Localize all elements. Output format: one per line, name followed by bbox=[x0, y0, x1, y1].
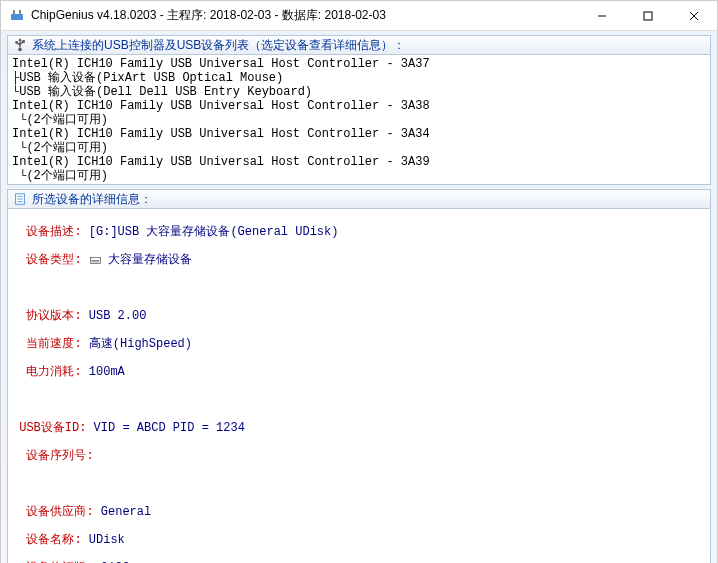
device-list-item[interactable]: └(2个端口可用) bbox=[12, 141, 706, 155]
device-list-item[interactable]: Intel(R) ICH10 Family USB Universal Host… bbox=[12, 155, 706, 169]
svg-rect-1 bbox=[13, 10, 15, 14]
svg-point-11 bbox=[15, 41, 18, 44]
info-icon bbox=[12, 191, 28, 207]
device-list-item[interactable]: Intel(R) ICH10 Family USB Universal Host… bbox=[12, 57, 706, 71]
content-area: 系统上连接的USB控制器及USB设备列表（选定设备查看详细信息）： Intel(… bbox=[1, 31, 717, 563]
svg-rect-13 bbox=[22, 40, 25, 43]
minimize-button[interactable] bbox=[579, 1, 625, 31]
svg-marker-9 bbox=[18, 38, 22, 41]
device-list-item[interactable]: Intel(R) ICH10 Family USB Universal Host… bbox=[12, 127, 706, 141]
device-list-header: 系统上连接的USB控制器及USB设备列表（选定设备查看详细信息）： bbox=[7, 35, 711, 55]
device-list-item[interactable]: ├USB 输入设备(PixArt USB Optical Mouse) bbox=[12, 71, 706, 85]
titlebar: ChipGenius v4.18.0203 - 主程序: 2018-02-03 … bbox=[1, 1, 717, 31]
maximize-button[interactable] bbox=[625, 1, 671, 31]
device-detail-header: 所选设备的详细信息： bbox=[7, 189, 711, 209]
app-window: ChipGenius v4.18.0203 - 主程序: 2018-02-03 … bbox=[0, 0, 718, 563]
svg-point-7 bbox=[18, 48, 22, 52]
device-list-item[interactable]: └(2个端口可用) bbox=[12, 113, 706, 127]
svg-rect-2 bbox=[19, 10, 21, 14]
app-icon bbox=[9, 8, 25, 24]
device-list-item[interactable]: Intel(R) ICH10 Family USB Universal Host… bbox=[12, 99, 706, 113]
device-detail-panel[interactable]: 设备描述: [G:]USB 大容量存储设备(General UDisk) 设备类… bbox=[7, 209, 711, 563]
close-button[interactable] bbox=[671, 1, 717, 31]
svg-rect-4 bbox=[644, 12, 652, 20]
device-list-item[interactable]: └(2个端口可用) bbox=[12, 169, 706, 183]
device-list-item[interactable]: └USB 输入设备(Dell Dell USB Entry Keyboard) bbox=[12, 85, 706, 99]
svg-rect-0 bbox=[11, 14, 23, 20]
device-list-title: 系统上连接的USB控制器及USB设备列表（选定设备查看详细信息）： bbox=[32, 37, 405, 54]
window-title: ChipGenius v4.18.0203 - 主程序: 2018-02-03 … bbox=[31, 7, 579, 24]
device-list-panel[interactable]: Intel(R) ICH10 Family USB Universal Host… bbox=[7, 55, 711, 185]
device-detail-title: 所选设备的详细信息： bbox=[32, 191, 152, 208]
usb-icon bbox=[12, 37, 28, 53]
window-controls bbox=[579, 1, 717, 31]
device-list-item[interactable]: Intel(R) ICH10 Family USB Universal Host… bbox=[12, 183, 706, 185]
